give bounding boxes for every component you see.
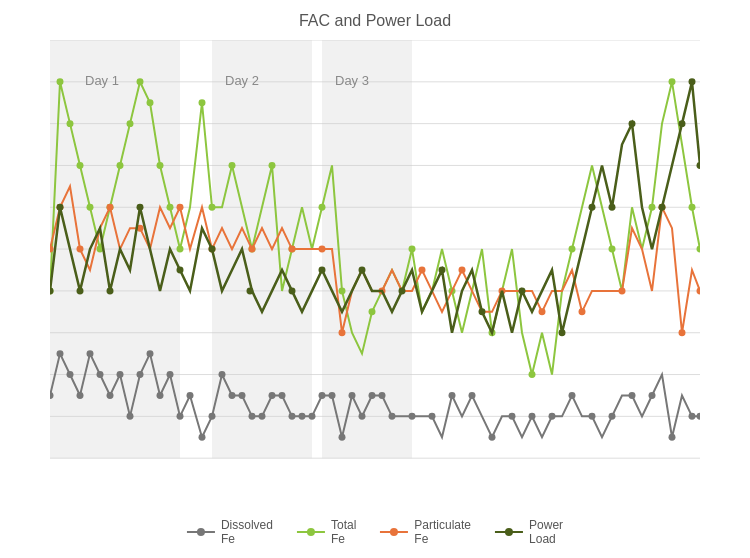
- svg-point-94: [167, 204, 174, 211]
- day2-label: Day 2: [225, 73, 259, 88]
- chart-legend: Dissolved Fe Total Fe Particulate Fe Pow…: [187, 518, 563, 546]
- svg-point-60: [339, 434, 346, 441]
- svg-point-61: [349, 392, 356, 399]
- svg-point-125: [339, 329, 346, 336]
- svg-point-95: [177, 246, 184, 253]
- svg-point-69: [469, 392, 476, 399]
- svg-point-66: [409, 413, 416, 420]
- svg-point-144: [289, 287, 296, 294]
- svg-point-53: [269, 392, 276, 399]
- chart-area: 0 1 2 3 4 5 6 7 8 9 10 0 100 200 300 400…: [50, 40, 700, 498]
- svg-point-139: [107, 287, 114, 294]
- svg-point-83: [57, 78, 64, 85]
- svg-point-44: [177, 413, 184, 420]
- day3-label: Day 3: [335, 73, 369, 88]
- chart-title: FAC and Power Load: [0, 0, 750, 36]
- svg-point-143: [247, 287, 254, 294]
- svg-point-117: [77, 246, 84, 253]
- svg-point-160: [197, 528, 205, 536]
- svg-point-64: [379, 392, 386, 399]
- svg-point-135: [697, 287, 701, 294]
- svg-point-52: [259, 413, 266, 420]
- svg-point-39: [127, 413, 134, 420]
- svg-point-142: [209, 246, 216, 253]
- svg-point-77: [629, 392, 636, 399]
- svg-point-32: [57, 350, 64, 357]
- svg-point-102: [319, 204, 326, 211]
- svg-point-104: [369, 308, 376, 315]
- svg-point-164: [390, 528, 398, 536]
- svg-point-49: [229, 392, 236, 399]
- svg-point-110: [609, 246, 616, 253]
- svg-point-127: [419, 267, 426, 274]
- svg-point-131: [579, 308, 586, 315]
- svg-point-147: [399, 287, 406, 294]
- svg-point-92: [147, 99, 154, 106]
- svg-point-137: [57, 204, 64, 211]
- svg-point-85: [77, 162, 84, 169]
- svg-point-108: [529, 371, 536, 378]
- svg-point-149: [479, 308, 486, 315]
- day1-label: Day 1: [85, 73, 119, 88]
- svg-point-96: [199, 99, 206, 106]
- svg-point-105: [409, 246, 416, 253]
- svg-point-59: [329, 392, 336, 399]
- svg-point-63: [369, 392, 376, 399]
- svg-point-132: [619, 287, 626, 294]
- svg-point-138: [77, 287, 84, 294]
- svg-point-79: [669, 434, 676, 441]
- svg-point-154: [629, 120, 636, 127]
- svg-point-111: [649, 204, 656, 211]
- svg-point-45: [187, 392, 194, 399]
- main-chart-svg: 0 1 2 3 4 5 6 7 8 9 10 0 100 200 300 400…: [50, 40, 700, 498]
- svg-point-134: [679, 329, 686, 336]
- svg-point-50: [239, 392, 246, 399]
- svg-point-86: [87, 204, 94, 211]
- svg-point-145: [319, 267, 326, 274]
- svg-point-100: [269, 162, 276, 169]
- svg-point-130: [539, 308, 546, 315]
- svg-point-146: [359, 267, 366, 274]
- svg-point-36: [97, 371, 104, 378]
- svg-point-75: [589, 413, 596, 420]
- svg-point-91: [137, 78, 144, 85]
- svg-point-58: [319, 392, 326, 399]
- svg-point-113: [689, 204, 696, 211]
- svg-point-103: [339, 287, 346, 294]
- svg-point-65: [389, 413, 396, 420]
- svg-point-35: [87, 350, 94, 357]
- svg-point-62: [359, 413, 366, 420]
- svg-point-40: [137, 371, 144, 378]
- svg-point-46: [199, 434, 206, 441]
- svg-point-150: [519, 287, 526, 294]
- svg-point-57: [309, 413, 316, 420]
- svg-point-70: [489, 434, 496, 441]
- svg-point-98: [229, 162, 236, 169]
- svg-point-112: [669, 78, 676, 85]
- svg-point-162: [307, 528, 315, 536]
- svg-point-80: [689, 413, 696, 420]
- svg-point-78: [649, 392, 656, 399]
- svg-point-157: [689, 78, 696, 85]
- svg-point-74: [569, 392, 576, 399]
- svg-point-151: [559, 329, 566, 336]
- svg-point-155: [659, 204, 666, 211]
- svg-point-123: [289, 246, 296, 253]
- svg-point-156: [679, 120, 686, 127]
- svg-point-38: [117, 371, 124, 378]
- svg-point-166: [505, 528, 513, 536]
- svg-point-42: [157, 392, 164, 399]
- svg-point-34: [77, 392, 84, 399]
- legend-total-fe-label: Total Fe: [331, 518, 356, 546]
- svg-point-51: [249, 413, 256, 420]
- svg-point-93: [157, 162, 164, 169]
- svg-point-120: [177, 204, 184, 211]
- svg-point-90: [127, 120, 134, 127]
- svg-point-97: [209, 204, 216, 211]
- svg-point-124: [319, 246, 326, 253]
- svg-point-109: [569, 246, 576, 253]
- svg-point-141: [177, 267, 184, 274]
- svg-point-73: [549, 413, 556, 420]
- legend-particulate-fe: Particulate Fe: [380, 518, 471, 546]
- svg-point-84: [67, 120, 74, 127]
